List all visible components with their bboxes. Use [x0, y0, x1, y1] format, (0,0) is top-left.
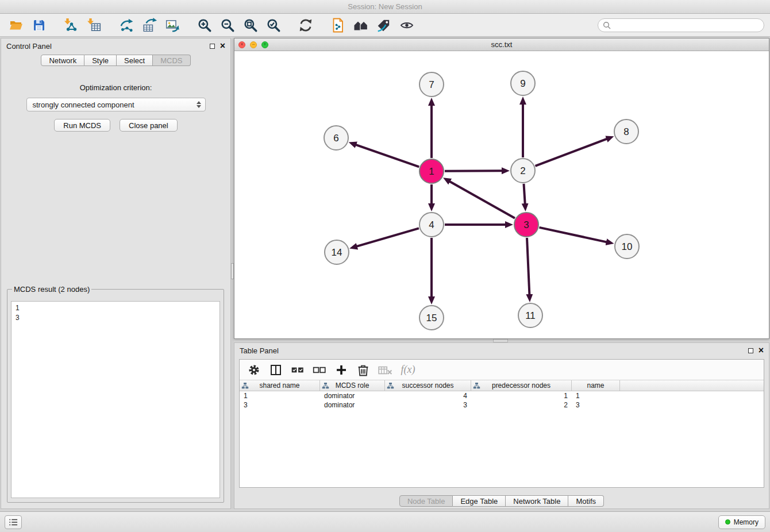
- show-details-button[interactable]: [395, 16, 418, 35]
- edge-3-11[interactable]: [527, 238, 529, 295]
- zoom-fit-button[interactable]: [239, 16, 262, 35]
- edge-4-14[interactable]: [357, 228, 419, 246]
- refresh-view-button[interactable]: [294, 16, 317, 35]
- node-6[interactable]: 6: [324, 126, 348, 150]
- save-icon: [32, 18, 46, 32]
- node-label: 11: [525, 310, 536, 321]
- minimize-window-button[interactable]: −: [250, 41, 257, 48]
- tab-network[interactable]: Network: [41, 55, 84, 66]
- style-button[interactable]: [372, 16, 395, 35]
- network-canvas[interactable]: 7968124314101511: [234, 51, 769, 338]
- import-table-file-button[interactable]: [83, 16, 106, 35]
- load-table-button[interactable]: [138, 16, 161, 35]
- export-image-button[interactable]: [161, 16, 184, 35]
- search-box[interactable]: [598, 18, 764, 32]
- column-label: successor nodes: [402, 381, 453, 390]
- control-panel-tabs: Network Style Select MCDS: [1, 55, 230, 66]
- import-network-file-button[interactable]: [60, 16, 83, 35]
- add-column-button[interactable]: [333, 362, 350, 378]
- column-label: predecessor nodes: [492, 381, 550, 390]
- mcds-result-box: MCDS result (2 nodes) 1 3: [7, 285, 224, 503]
- edge-3-10[interactable]: [539, 228, 606, 242]
- column-header-successor-nodes[interactable]: successor nodes: [385, 380, 471, 391]
- column-header-shared-name[interactable]: shared name: [240, 380, 320, 391]
- cell-mcds-role: dominator: [320, 392, 385, 400]
- select-all-columns-button[interactable]: [289, 362, 306, 378]
- table-panel: Table Panel ×: [234, 342, 769, 509]
- show-columns-button[interactable]: [267, 362, 284, 378]
- column-header-mcds-role[interactable]: MCDS role: [320, 380, 385, 391]
- node-10[interactable]: 10: [615, 234, 639, 259]
- node-14[interactable]: 14: [325, 240, 349, 264]
- node-7[interactable]: 7: [419, 72, 444, 97]
- home-button[interactable]: [349, 16, 372, 35]
- tab-style[interactable]: Style: [84, 55, 117, 66]
- cell-name: 1: [572, 392, 620, 400]
- control-panel-title: Control Panel: [6, 42, 52, 51]
- load-network-button[interactable]: [115, 16, 138, 35]
- session-network-button[interactable]: [326, 16, 349, 35]
- node-9[interactable]: 9: [511, 71, 535, 95]
- node-11[interactable]: 11: [518, 303, 542, 327]
- cell-predecessor-nodes: 1: [471, 392, 572, 400]
- tab-node-table[interactable]: Node Table: [399, 495, 453, 507]
- edge-3-1[interactable]: [449, 182, 515, 218]
- titlebar[interactable]: Session: New Session: [0, 0, 770, 14]
- close-panel-button[interactable]: Close panel: [120, 119, 178, 132]
- node-15[interactable]: 15: [419, 306, 444, 330]
- network-window-titlebar[interactable]: scc.txt × − +: [234, 38, 769, 51]
- search-input[interactable]: [614, 21, 759, 29]
- node-4[interactable]: 4: [419, 213, 444, 237]
- zoom-out-button[interactable]: [216, 16, 239, 35]
- table-row[interactable]: 3 dominator 3 2 3: [240, 400, 764, 410]
- result-line: 3: [16, 313, 215, 323]
- close-panel-icon[interactable]: ×: [220, 41, 225, 51]
- column-header-name[interactable]: name: [572, 380, 620, 391]
- show-panel-button[interactable]: [5, 515, 22, 529]
- select-arrows-icon: [197, 101, 201, 108]
- edge-1-2[interactable]: [445, 171, 502, 171]
- attribute-icon: [473, 382, 480, 390]
- import-table-icon: [87, 18, 102, 33]
- node-label: 6: [333, 133, 338, 144]
- tab-network-table[interactable]: Network Table: [506, 495, 568, 507]
- float-panel-icon[interactable]: [210, 44, 215, 49]
- memory-button[interactable]: Memory: [718, 515, 765, 529]
- tab-motifs[interactable]: Motifs: [568, 495, 604, 507]
- node-label: 9: [520, 78, 525, 89]
- zoom-selected-button[interactable]: [262, 16, 285, 35]
- close-table-panel-icon[interactable]: ×: [759, 346, 764, 355]
- float-table-panel-icon[interactable]: [748, 348, 753, 353]
- edge-1-6[interactable]: [356, 145, 419, 167]
- tab-select[interactable]: Select: [117, 55, 153, 66]
- zoom-window-button[interactable]: +: [261, 41, 268, 48]
- save-session-button[interactable]: [28, 16, 51, 35]
- column-header-predecessor-nodes[interactable]: predecessor nodes: [471, 380, 572, 391]
- node-8[interactable]: 8: [614, 119, 638, 144]
- table-row[interactable]: 1 dominator 4 1 1: [240, 391, 764, 400]
- mcds-result-list[interactable]: 1 3: [11, 301, 220, 498]
- unselect-all-columns-button[interactable]: [311, 362, 328, 378]
- edge-2-8[interactable]: [536, 139, 607, 166]
- function-builder-button[interactable]: f(x): [398, 362, 415, 378]
- edge-2-3[interactable]: [523, 184, 525, 204]
- run-mcds-button[interactable]: Run MCDS: [54, 119, 110, 132]
- delete-table-button[interactable]: [376, 362, 394, 378]
- node-3[interactable]: 3: [514, 213, 538, 237]
- cell-mcds-role: dominator: [320, 401, 385, 409]
- table-tabs: Node Table Edge Table Network Table Moti…: [234, 495, 769, 507]
- control-panel-header: Control Panel ×: [1, 38, 230, 53]
- optimization-criterion-select[interactable]: strongly connected component: [26, 98, 206, 111]
- cell-successor-nodes: 4: [385, 392, 471, 400]
- delete-column-button[interactable]: [355, 362, 372, 378]
- table-settings-button[interactable]: [245, 362, 263, 378]
- close-window-button[interactable]: ×: [238, 41, 245, 48]
- node-2[interactable]: 2: [511, 159, 535, 183]
- open-session-button[interactable]: [5, 16, 28, 35]
- network-graph: 7968124314101511: [234, 51, 769, 339]
- zoom-in-button[interactable]: [193, 16, 216, 35]
- table-arrow-icon: [142, 18, 157, 33]
- tab-edge-table[interactable]: Edge Table: [453, 495, 506, 507]
- tab-mcds[interactable]: MCDS: [153, 55, 190, 66]
- node-1[interactable]: 1: [419, 159, 444, 183]
